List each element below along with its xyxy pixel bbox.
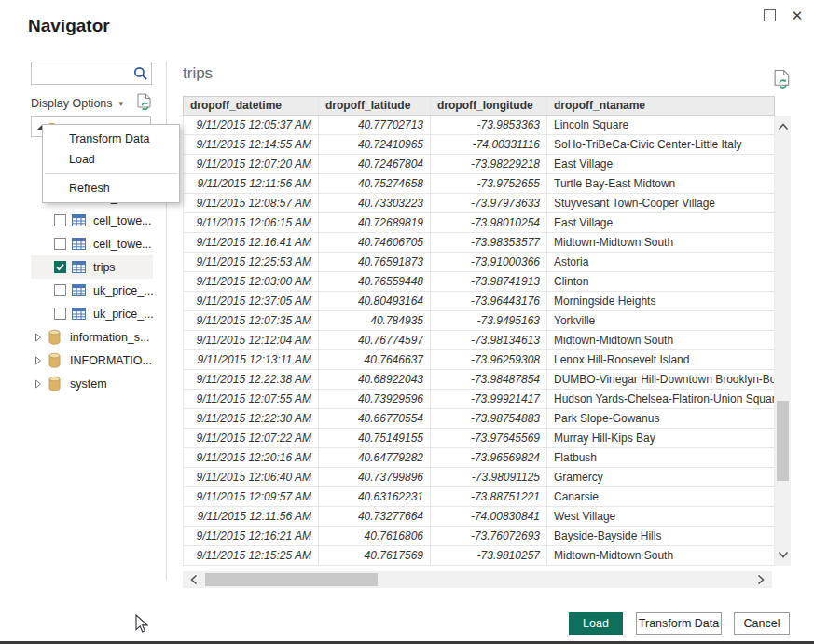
checkbox[interactable] <box>54 214 66 226</box>
table-cell: 40.72467804 <box>319 155 431 173</box>
table-cell: 9/11/2015 12:20:16 AM <box>184 448 319 467</box>
table-row: 9/11/2015 12:05:37 AM40.77702713-73.9853… <box>183 116 775 135</box>
chevron-down-icon[interactable]: ▾ <box>119 99 124 108</box>
display-options-button[interactable]: Display Options <box>31 97 113 110</box>
table-row: 9/11/2015 12:22:38 AM40.68922043-73.9848… <box>183 370 775 390</box>
tree-item-table[interactable]: trips <box>31 255 153 279</box>
tree-item-table[interactable]: uk_price_... <box>31 279 153 302</box>
table-cell: Bayside-Bayside Hills <box>547 527 774 545</box>
chevron-collapsed-icon <box>34 333 42 342</box>
checkbox[interactable] <box>54 284 66 296</box>
transform-data-button[interactable]: Transform Data <box>636 612 722 635</box>
tree-item-database[interactable]: INFORMATIO... <box>31 349 153 372</box>
table-cell: -74.00331116 <box>431 135 547 154</box>
table-cell: 40.66770554 <box>319 409 431 428</box>
table-row: 9/11/2015 12:25:53 AM40.76591873-73.9100… <box>183 253 775 272</box>
close-button[interactable]: ✕ <box>788 6 807 24</box>
cancel-button[interactable]: Cancel <box>734 612 790 635</box>
column-header: dropoff_ntaname <box>547 97 774 115</box>
table-row: 9/11/2015 12:14:55 AM40.72410965-74.0033… <box>183 135 775 155</box>
table-cell: 40.75149155 <box>319 429 431 447</box>
load-button[interactable]: Load <box>569 612 623 635</box>
vertical-scrollbar[interactable] <box>775 116 791 566</box>
context-menu-item[interactable]: Transform Data <box>43 129 179 149</box>
tree-item-label: trips <box>93 261 116 274</box>
table-cell: Stuyvesant Town-Cooper Village <box>547 194 774 212</box>
table-row: 9/11/2015 12:07:55 AM40.73929596-73.9992… <box>183 390 775 409</box>
table-cell: 40.76559448 <box>319 272 431 291</box>
table-cell: 40.74606705 <box>319 233 431 252</box>
table-cell: -73.98487854 <box>431 370 547 389</box>
tree-item-database[interactable]: information_s... <box>31 325 153 349</box>
refresh-document-icon[interactable] <box>137 93 152 115</box>
table-row: 9/11/2015 12:16:21 AM40.7616806-73.76072… <box>183 527 775 546</box>
table-cell: -73.9853363 <box>431 116 547 134</box>
scroll-down-icon[interactable] <box>775 545 791 564</box>
mouse-cursor <box>135 614 148 634</box>
chevron-collapsed-icon <box>34 356 42 365</box>
table-cell: 9/11/2015 12:14:55 AM <box>184 135 319 154</box>
tree-item-table[interactable]: cell_towe... <box>31 209 153 232</box>
tree-item-table[interactable]: uk_price_... <box>31 302 153 325</box>
tree-item-label: uk_price_... <box>93 284 154 297</box>
tree-item-label: INFORMATIO... <box>70 354 152 367</box>
horizontal-scrollbar-thumb[interactable] <box>205 573 378 586</box>
table-cell: SoHo-TriBeCa-Civic Center-Little Italy <box>547 135 774 154</box>
tree-item-database[interactable]: system <box>31 372 153 395</box>
dialog-title: Navigator <box>28 16 110 36</box>
vertical-scrollbar-thumb[interactable] <box>777 401 789 481</box>
chevron-collapsed-icon <box>34 379 42 389</box>
table-cell: -73.98229218 <box>431 155 547 173</box>
table-cell: 9/11/2015 12:06:15 AM <box>184 213 319 232</box>
table-cell: 9/11/2015 12:11:56 AM <box>184 507 319 526</box>
table-cell: -73.91000366 <box>431 253 547 271</box>
table-cell: -73.98010254 <box>431 213 547 232</box>
table-cell: 40.72410965 <box>319 135 431 154</box>
scroll-right-icon[interactable] <box>752 571 770 588</box>
search-box[interactable] <box>31 62 152 85</box>
table-cell: Lenox Hill-Roosevelt Island <box>547 350 774 369</box>
table-cell: 9/11/2015 12:11:56 AM <box>184 174 319 193</box>
table-cell: Yorkville <box>547 311 774 330</box>
context-menu: Transform DataLoadRefresh <box>42 124 180 203</box>
context-menu-item[interactable]: Load <box>43 149 179 170</box>
table-cell: 9/11/2015 12:16:41 AM <box>184 233 319 252</box>
checkbox[interactable] <box>54 238 66 250</box>
preview-title: trips <box>183 64 213 83</box>
database-icon <box>48 329 62 345</box>
table-cell: 40.75274658 <box>319 174 431 193</box>
search-input[interactable] <box>32 64 132 82</box>
table-cell: -73.96569824 <box>431 448 547 467</box>
table-cell: 40.7617569 <box>319 546 431 565</box>
context-menu-item[interactable]: Refresh <box>43 178 179 199</box>
table-cell: -73.98754883 <box>431 409 547 428</box>
table-cell: East Village <box>547 155 774 173</box>
refresh-preview-icon[interactable] <box>774 69 791 93</box>
horizontal-scrollbar[interactable] <box>183 571 772 588</box>
table-cell: 9/11/2015 12:03:00 AM <box>184 272 319 291</box>
maximize-button[interactable] <box>760 6 779 24</box>
table-cell: 9/11/2015 12:13:11 AM <box>184 350 319 369</box>
table-cell: 9/11/2015 12:09:57 AM <box>184 487 319 506</box>
scroll-left-icon[interactable] <box>185 571 203 588</box>
scroll-up-icon[interactable] <box>775 117 791 136</box>
table-cell: Flatbush <box>547 448 774 467</box>
table-cell: 40.72689819 <box>319 213 431 232</box>
checkbox[interactable] <box>54 308 66 320</box>
table-cell: Murray Hill-Kips Bay <box>547 429 774 447</box>
table-cell: Park Slope-Gowanus <box>547 409 774 428</box>
table-cell: -74.00830841 <box>431 507 547 526</box>
table-row: 9/11/2015 12:06:40 AM40.73799896-73.9809… <box>183 468 775 487</box>
checkbox[interactable] <box>54 261 66 273</box>
check-icon <box>55 262 65 272</box>
table-cell: -73.98741913 <box>431 272 547 291</box>
table-cell: 40.68922043 <box>319 370 431 389</box>
table-cell: -73.9495163 <box>431 311 547 330</box>
tree-item-label: system <box>70 377 107 391</box>
table-cell: -73.88751221 <box>431 487 547 506</box>
tree-item-table[interactable]: cell_towe... <box>31 232 153 255</box>
table-cell: Hudson Yards-Chelsea-Flatiron-Union Squa… <box>547 390 774 408</box>
table-row: 9/11/2015 12:13:11 AM40.7646637-73.96259… <box>183 350 775 370</box>
table-cell: -73.97973633 <box>431 194 547 212</box>
table-cell: 9/11/2015 12:07:22 AM <box>184 429 319 447</box>
